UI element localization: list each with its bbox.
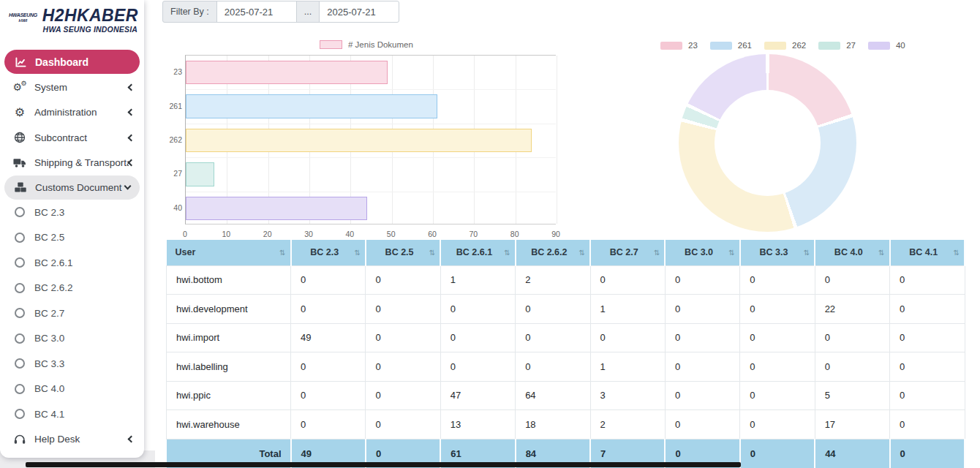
- value-cell: 0: [440, 295, 515, 324]
- sort-icon[interactable]: ⇅: [354, 249, 360, 257]
- sort-icon[interactable]: ⇅: [804, 249, 810, 257]
- column-header-bc-2-6-1[interactable]: BC 2.6.1⇅: [440, 240, 515, 265]
- total-value-cell: 0: [740, 439, 815, 468]
- gridline: [557, 56, 557, 224]
- legend-item[interactable]: 40: [868, 41, 905, 50]
- sidebar-item-bc-2-7[interactable]: BC 2.7: [0, 301, 144, 326]
- value-cell: 47: [440, 381, 515, 410]
- sidebar-item-label: Dashboard: [35, 56, 130, 68]
- sidebar-item-label: Subcontract: [34, 132, 129, 143]
- sidebar-item-label: Administration: [34, 107, 129, 118]
- legend-swatch: [710, 42, 732, 50]
- sidebar-item-bc-3-3[interactable]: BC 3.3: [0, 351, 144, 377]
- value-cell: 0: [590, 265, 665, 295]
- bar-chart-legend[interactable]: # Jenis Dokumen: [320, 40, 413, 49]
- value-cell: 0: [366, 323, 440, 352]
- sort-icon[interactable]: ⇅: [654, 249, 660, 257]
- x-axis-label: 0: [183, 230, 187, 238]
- value-cell: 0: [366, 381, 440, 410]
- legend-item[interactable]: 23: [660, 41, 698, 50]
- sort-icon[interactable]: ⇅: [279, 249, 285, 257]
- value-cell: 0: [440, 323, 515, 352]
- globe-icon: [12, 132, 27, 143]
- legend-swatch: [868, 42, 890, 50]
- circle-icon: [12, 384, 27, 394]
- legend-item[interactable]: 262: [764, 41, 806, 50]
- sidebar-item-bc-4-0[interactable]: BC 4.0: [0, 377, 144, 402]
- sort-icon[interactable]: ⇅: [504, 249, 510, 257]
- sidebar-item-bc-3-0[interactable]: BC 3.0: [0, 326, 144, 352]
- sidebar-item-label: BC 2.6.2: [34, 282, 134, 293]
- value-cell: 0: [516, 352, 590, 382]
- y-axis-label: 27: [167, 169, 182, 178]
- column-header-bc-3-3[interactable]: BC 3.3⇅: [740, 240, 815, 265]
- legend-item[interactable]: 261: [710, 41, 752, 50]
- sidebar-item-label: Help Desk: [34, 434, 129, 445]
- filter-date-from[interactable]: [216, 1, 297, 23]
- value-cell: 1: [590, 352, 665, 382]
- legend-label: 262: [792, 41, 806, 50]
- column-header-bc-4-0[interactable]: BC 4.0⇅: [815, 240, 889, 265]
- sidebar-item-bc-2-3[interactable]: BC 2.3: [0, 200, 144, 225]
- value-cell: 0: [740, 410, 815, 439]
- sidebar-item-label: BC 4.0: [34, 383, 134, 394]
- column-header-bc-3-0[interactable]: BC 3.0⇅: [665, 240, 739, 265]
- column-header-bc-2-3[interactable]: BC 2.3⇅: [291, 240, 366, 265]
- sort-icon[interactable]: ⇅: [878, 249, 884, 257]
- column-header-label: BC 3.0: [685, 247, 713, 257]
- table-row: hwi.bottom001200000: [167, 265, 965, 295]
- x-axis-label: 60: [428, 230, 437, 238]
- filter-date-to[interactable]: [319, 1, 399, 23]
- user-cell: hwi.development: [167, 295, 291, 324]
- sidebar-item-help-desk[interactable]: Help Desk: [0, 427, 144, 453]
- column-header-bc-2-7[interactable]: BC 2.7⇅: [590, 240, 665, 265]
- chevron-left-icon: [128, 134, 135, 141]
- sidebar-item-bc-2-5[interactable]: BC 2.5: [0, 225, 144, 251]
- value-cell: 0: [890, 323, 965, 352]
- value-cell: 0: [890, 381, 965, 410]
- column-header-bc-2-6-2[interactable]: BC 2.6.2⇅: [516, 240, 590, 265]
- value-cell: 0: [440, 352, 515, 382]
- legend-item[interactable]: 27: [818, 41, 856, 50]
- column-header-label: BC 2.5: [385, 247, 414, 257]
- x-axis-label: 10: [222, 230, 230, 238]
- doughnut-legend: 232612622740: [660, 41, 918, 50]
- users-table: User⇅BC 2.3⇅BC 2.5⇅BC 2.6.1⇅BC 2.6.2⇅BC …: [166, 240, 965, 468]
- bar-segment: [186, 197, 367, 220]
- gridline: [186, 124, 556, 124]
- column-header-bc-2-5[interactable]: BC 2.5⇅: [366, 240, 440, 265]
- logo-text-bottom: HWI: [9, 18, 37, 23]
- value-cell: 49: [291, 323, 366, 352]
- horizontal-scrollbar[interactable]: [26, 462, 741, 467]
- sort-icon[interactable]: ⇅: [728, 249, 734, 257]
- column-header-user[interactable]: User⇅: [167, 240, 291, 265]
- sidebar-item-bc-4-1[interactable]: BC 4.1: [0, 401, 144, 427]
- column-header-bc-4-1[interactable]: BC 4.1⇅: [890, 240, 965, 265]
- user-cell: hwi.labelling: [167, 352, 291, 382]
- sidebar-item-bc-2-6-1[interactable]: BC 2.6.1: [0, 250, 144, 276]
- sidebar-item-shipping-transportation[interactable]: Shipping & Transportation: [0, 151, 144, 176]
- table-row: hwi.warehouse001318200170: [167, 410, 965, 439]
- value-cell: 0: [815, 352, 889, 382]
- value-cell: 22: [815, 295, 889, 324]
- filter-range-separator: ...: [296, 1, 320, 23]
- sort-icon[interactable]: ⇅: [954, 249, 960, 257]
- sidebar-item-dashboard[interactable]: Dashboard: [4, 50, 140, 74]
- sidebar-item-label: Shipping & Transportation: [34, 157, 129, 168]
- sidebar-item-bc-2-6-2[interactable]: BC 2.6.2: [0, 276, 144, 301]
- sidebar-item-subcontract[interactable]: Subcontract: [0, 125, 144, 151]
- sidebar-item-system[interactable]: ⚙⚙System: [0, 75, 144, 100]
- legend-label: 261: [738, 41, 752, 50]
- circle-icon: [12, 358, 27, 369]
- sidebar-item-customs-document[interactable]: Customs Document: [4, 176, 140, 200]
- chevron-left-icon: [128, 159, 135, 167]
- gear-icon: ⚙: [12, 107, 27, 118]
- sort-icon[interactable]: ⇅: [429, 249, 435, 257]
- sidebar-item-administration[interactable]: ⚙Administration: [0, 100, 144, 126]
- sort-icon[interactable]: ⇅: [579, 249, 585, 257]
- table-row: hwi.ppic00476430050: [167, 381, 965, 410]
- value-cell: 0: [291, 295, 366, 324]
- sidebar-item-label: BC 2.6.1: [34, 257, 134, 268]
- sidebar-item-label: BC 4.1: [34, 409, 134, 420]
- table-row: hwi.import4900000000: [167, 323, 965, 352]
